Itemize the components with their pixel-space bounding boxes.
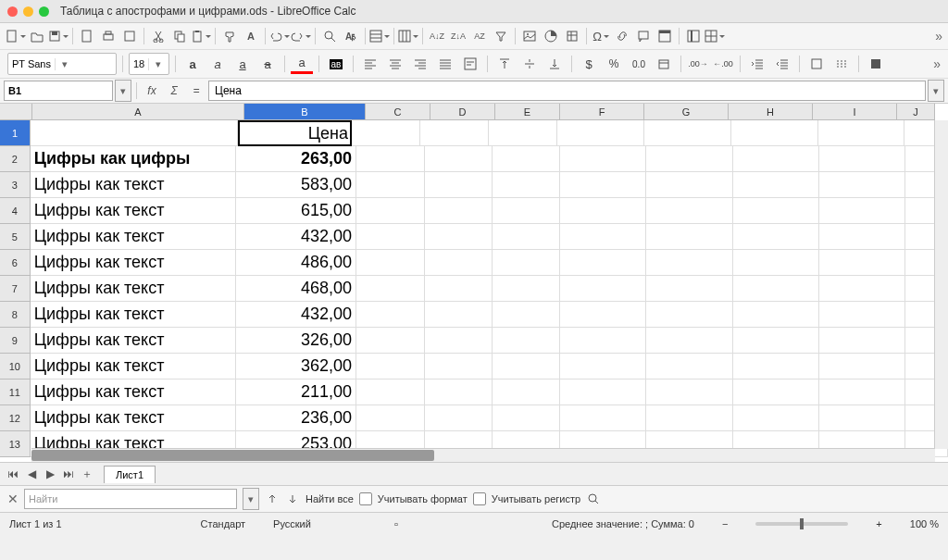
autofilter-button[interactable] [491,26,511,46]
close-find-button[interactable]: ✕ [7,492,19,506]
align-right-button[interactable] [409,54,431,74]
cell[interactable]: 615,00 [236,198,356,224]
cell[interactable] [356,224,424,250]
align-left-button[interactable] [359,54,381,74]
chart-button[interactable] [541,26,561,46]
cell[interactable] [356,302,424,328]
percent-button[interactable]: % [603,54,625,74]
cell[interactable] [420,120,489,146]
cell[interactable] [31,120,238,146]
cell[interactable]: 432,00 [236,224,356,250]
cell[interactable]: 486,00 [236,250,356,276]
cell[interactable] [733,380,819,405]
function-wizard-button[interactable]: fx [142,81,162,101]
cell[interactable] [356,354,424,380]
add-sheet-button[interactable]: ＋ [80,467,94,481]
formula-expand-button[interactable]: ▾ [928,80,944,102]
row-header[interactable]: 12 [0,405,31,431]
cell[interactable]: 583,00 [236,172,356,198]
row-header[interactable]: 10 [0,354,31,380]
sum-display[interactable]: Среднее значение: ; Сумма: 0 [552,518,694,529]
cell[interactable] [560,380,646,405]
add-decimal-button[interactable]: .00→ [687,54,709,74]
cell[interactable] [356,276,424,302]
col-header-b[interactable]: B [244,104,366,120]
italic-button[interactable]: a [206,54,229,74]
name-box[interactable]: B1 [4,81,113,101]
cell[interactable] [356,250,424,276]
highlight-button[interactable]: ав [325,54,347,74]
increase-indent-button[interactable] [746,54,768,74]
cell[interactable] [733,198,819,224]
row-header[interactable]: 2 [0,146,31,172]
cell[interactable] [425,276,493,302]
col-header-f[interactable]: F [560,104,644,120]
find-options-button[interactable] [586,492,601,506]
cell[interactable] [733,172,819,198]
selection-mode[interactable]: ▫ [394,518,413,529]
cell[interactable] [425,302,493,328]
close-window-button[interactable] [7,6,18,17]
sort-asc-button[interactable]: A↓Z [427,26,447,46]
cell[interactable] [733,302,819,328]
col-header-e[interactable]: E [495,104,560,120]
cell[interactable] [646,172,732,198]
cell[interactable]: Цифры как текст [31,405,236,431]
cell[interactable] [731,120,818,146]
find-button[interactable] [319,26,340,46]
cell[interactable]: Цифры как текст [31,328,236,354]
cell[interactable] [425,328,493,354]
cell[interactable] [646,354,732,380]
paste-button[interactable] [191,26,211,46]
col-header-h[interactable]: H [729,104,813,120]
cell[interactable] [646,405,732,431]
cell[interactable] [646,276,732,302]
cell[interactable] [425,380,493,405]
cell[interactable] [733,276,819,302]
cell[interactable] [819,250,905,276]
cell[interactable]: Цифры как текст [31,302,236,328]
sheet-tab[interactable]: Лист1 [104,466,156,483]
spellcheck-button[interactable]: Aꞵ [341,26,361,46]
new-button[interactable] [6,26,26,46]
cell[interactable] [493,146,560,172]
font-name-combo[interactable]: PT Sans▾ [7,53,117,75]
cell[interactable] [560,146,646,172]
row-header[interactable]: 6 [0,250,31,276]
formatbar-overflow-button[interactable]: » [933,56,941,71]
cell[interactable] [560,198,646,224]
fill-color-button[interactable] [865,54,887,74]
zoom-level[interactable]: 100 % [910,518,939,529]
cell[interactable] [646,224,732,250]
cell[interactable] [425,198,493,224]
cell[interactable] [493,405,560,431]
cell[interactable] [489,120,557,146]
toolbar-overflow-button[interactable]: » [935,29,942,44]
cell[interactable] [352,120,420,146]
borders-button[interactable] [805,54,828,74]
cut-button[interactable] [148,26,168,46]
date-button[interactable] [653,54,675,74]
zoom-out-button[interactable]: − [722,518,728,529]
find-dropdown[interactable]: ▾ [243,488,259,510]
cell[interactable] [819,405,905,431]
row-header[interactable]: 11 [0,380,31,405]
cell[interactable]: Цифры как текст [31,250,236,276]
cell[interactable]: Цифры как текст [31,380,236,405]
cell[interactable] [493,380,560,405]
cell[interactable] [493,172,560,198]
cell[interactable]: 211,00 [236,380,356,405]
print-button[interactable] [98,26,118,46]
cell[interactable]: 468,00 [236,276,356,302]
cell[interactable]: Цифры как текст [31,198,236,224]
decrease-indent-button[interactable] [771,54,793,74]
row-header[interactable]: 9 [0,328,31,354]
cell[interactable] [733,405,819,431]
cell[interactable] [819,198,905,224]
row-header[interactable]: 13 [0,431,31,457]
cell[interactable] [646,328,732,354]
cell[interactable]: 326,00 [236,328,356,354]
undo-button[interactable] [269,26,290,46]
cell[interactable]: Цена [238,120,352,146]
cell[interactable] [493,328,560,354]
